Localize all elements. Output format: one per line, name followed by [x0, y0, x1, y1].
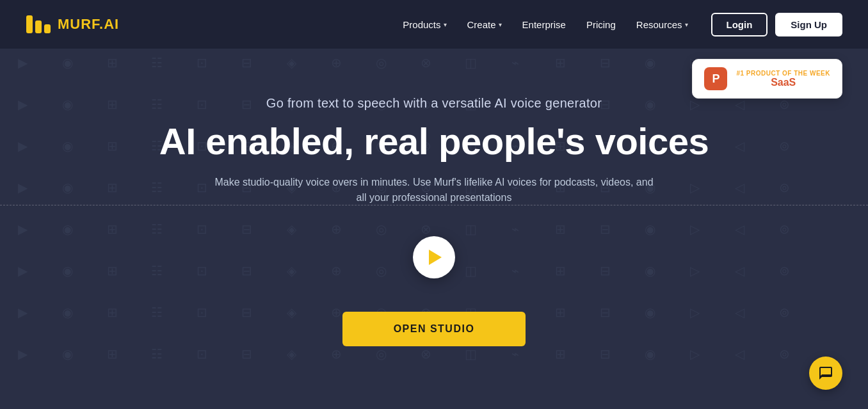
product-hunt-title: #1 PRODUCT OF THE WEEK [736, 70, 830, 77]
product-hunt-logo: P [704, 67, 727, 90]
bg-icon: ◉ [45, 208, 90, 250]
product-hunt-text: #1 PRODUCT OF THE WEEK SaaS [736, 70, 830, 88]
chat-button[interactable] [809, 357, 842, 390]
bg-icon: ◉ [45, 333, 90, 374]
bg-icon: ⊚ [762, 125, 807, 166]
product-hunt-category: SaaS [736, 77, 830, 88]
hero-description: Make studio-quality voice overs in minut… [210, 175, 658, 205]
nav-enterprise[interactable]: Enterprise [515, 14, 574, 35]
nav-links: Products ▾ Create ▾ Enterprise Pricing R… [395, 14, 695, 35]
bg-icon: ◉ [45, 166, 90, 208]
bg-icon: ⊞ [90, 125, 134, 166]
bg-icon: ⊞ [90, 291, 134, 333]
bg-icon: ⊞ [90, 83, 134, 125]
bg-icon: ◉ [45, 250, 90, 291]
bg-icon: ◁ [717, 125, 762, 166]
logo-bar-3 [44, 24, 51, 33]
bg-icon: ◉ [45, 291, 90, 333]
hero-main-title: AI enabled, real people's voices [159, 121, 709, 162]
play-button[interactable] [413, 236, 455, 278]
bg-icon: ◁ [717, 250, 762, 291]
bg-icon: ⊞ [90, 208, 134, 250]
bg-icon: ▶ [0, 291, 45, 333]
bg-icon: ◁ [717, 333, 762, 374]
bg-icon: ◁ [717, 166, 762, 208]
nav-buttons: Login Sign Up [711, 13, 843, 36]
bg-icon: ◁ [717, 208, 762, 250]
bg-icon: ◁ [717, 291, 762, 333]
chat-icon [818, 365, 833, 381]
bg-icon: ▶ [0, 208, 45, 250]
bg-icon: ▶ [0, 83, 45, 125]
bg-icon: ⊞ [90, 333, 134, 374]
nav-resources[interactable]: Resources ▾ [629, 14, 696, 35]
hero-subtitle: Go from text to speech with a versatile … [266, 96, 602, 111]
bg-icon: ◉ [45, 125, 90, 166]
logo-text: MURF.AI [58, 16, 119, 33]
bg-icon: ◉ [45, 83, 90, 125]
logo[interactable]: MURF.AI [26, 12, 119, 37]
open-studio-button[interactable]: OPEN STUDIO [342, 312, 526, 346]
hero-section: ▶◉⊞☷⊡⊟◈⊕◎⊗◫⌁⊞⊟◉▷◁⊚▶◉⊞☷⊡⊟◈⊕◎⊗◫⌁⊞⊟◉▷◁⊚▶◉⊞☷… [0, 0, 868, 409]
chevron-down-icon: ▾ [499, 21, 502, 28]
signup-button[interactable]: Sign Up [775, 13, 842, 36]
login-button[interactable]: Login [711, 13, 768, 36]
hero-content: Go from text to speech with a versatile … [159, 96, 709, 362]
navbar: MURF.AI Products ▾ Create ▾ Enterprise P… [0, 0, 868, 49]
nav-pricing[interactable]: Pricing [579, 14, 623, 35]
chevron-down-icon: ▾ [685, 21, 688, 28]
play-icon [429, 250, 442, 265]
bg-icon: ▶ [0, 125, 45, 166]
bg-icon: ⊚ [762, 291, 807, 333]
logo-icon [26, 12, 51, 37]
bg-icon: ⊞ [90, 166, 134, 208]
bg-icon: ⊞ [90, 250, 134, 291]
bg-icon: ⊚ [762, 333, 807, 374]
chevron-down-icon: ▾ [444, 21, 447, 28]
bg-icon: ⊚ [762, 166, 807, 208]
nav-create[interactable]: Create ▾ [460, 14, 510, 35]
logo-bar-2 [35, 20, 42, 33]
nav-products[interactable]: Products ▾ [395, 14, 454, 35]
bg-icon: ▶ [0, 333, 45, 374]
logo-bar-1 [26, 15, 33, 33]
bg-icon: ▶ [0, 166, 45, 208]
bg-icon: ▶ [0, 250, 45, 291]
bg-icon: ⊚ [762, 208, 807, 250]
product-hunt-badge[interactable]: P #1 PRODUCT OF THE WEEK SaaS [692, 59, 842, 99]
bg-icon: ⊚ [762, 250, 807, 291]
